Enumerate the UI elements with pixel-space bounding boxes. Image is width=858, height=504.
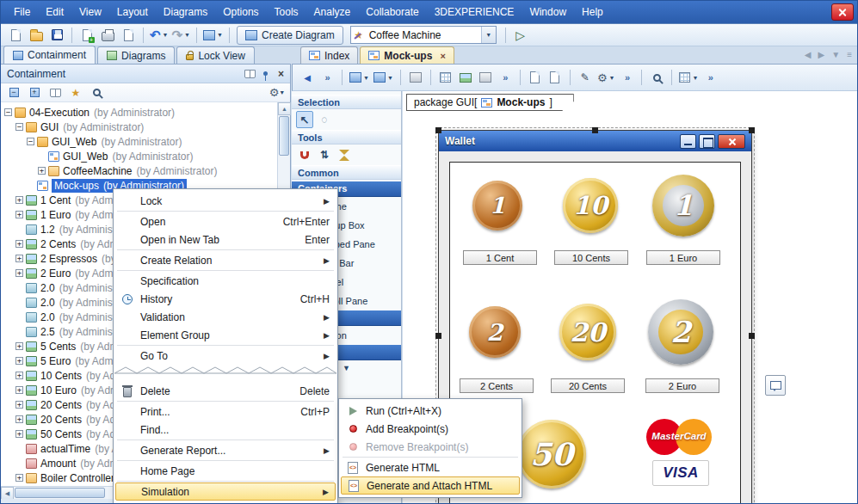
- diagram-properties-button[interactable]: ▼: [348, 68, 371, 87]
- coin-20-cents[interactable]: 20: [559, 304, 616, 360]
- panel-settings-button[interactable]: ⚙▼: [269, 85, 286, 101]
- coin-caption-2-cents[interactable]: 2 Cents: [460, 378, 534, 393]
- lasso-tool[interactable]: ◌: [316, 111, 333, 128]
- dropdown-caret-icon[interactable]: ▼: [184, 32, 190, 38]
- tree-item-coffeemachine[interactable]: +CoffeeMachine(by Administrator): [1, 163, 278, 178]
- coin-caption-20-cents[interactable]: 20 Cents: [551, 378, 625, 393]
- open-book-button[interactable]: [46, 85, 64, 101]
- comment-tool-button[interactable]: [765, 375, 786, 396]
- menu-item-validation[interactable]: Validation▶: [115, 308, 336, 326]
- expand-toggle-icon[interactable]: +: [15, 430, 23, 438]
- collapse-toggle-icon[interactable]: −: [15, 123, 23, 131]
- menu-item-print[interactable]: Print...Ctrl+P: [115, 403, 336, 421]
- selection-handle[interactable]: [592, 127, 598, 133]
- expand-toggle-icon[interactable]: +: [15, 415, 23, 423]
- menu-item-open-in-new-tab[interactable]: Open in New TabEnter: [115, 230, 336, 249]
- new-project-button[interactable]: [5, 26, 26, 45]
- redo-button[interactable]: ↷▼: [170, 26, 193, 45]
- overflow-chevron[interactable]: »: [318, 68, 336, 87]
- menu-edit[interactable]: Edit: [38, 1, 71, 23]
- menu-tools[interactable]: Tools: [267, 1, 306, 23]
- coin-2-euro[interactable]: 2: [648, 299, 713, 365]
- expand-toggle-icon[interactable]: +: [15, 240, 23, 248]
- overflow-chevron[interactable]: »: [617, 68, 636, 87]
- menu-item-run-ctrl-alt-x[interactable]: Run (Ctrl+Alt+X): [341, 402, 520, 420]
- run-simulation-button[interactable]: ▷: [510, 26, 531, 45]
- tab-lock-view[interactable]: Lock View: [176, 46, 254, 64]
- expand-toggle-icon[interactable]: +: [15, 211, 23, 218]
- maximize-icon[interactable]: [699, 134, 715, 149]
- scroll-up-arrow-icon[interactable]: ▲: [278, 102, 291, 115]
- menu-file[interactable]: File: [6, 1, 38, 23]
- scroll-tabs-right-icon[interactable]: ▶: [818, 50, 825, 59]
- menu-item-delete[interactable]: DeleteDelete: [115, 382, 336, 400]
- menu-collaborate[interactable]: Collaborate: [358, 1, 426, 23]
- menu-window[interactable]: Window: [522, 1, 574, 23]
- diagrams-button[interactable]: ▼: [201, 26, 225, 45]
- coin-1-euro[interactable]: 1: [652, 175, 714, 237]
- dropdown-caret-icon[interactable]: ▼: [217, 32, 223, 38]
- expand-toggle-icon[interactable]: +: [15, 386, 23, 394]
- menu-item-open[interactable]: OpenCtrl+Enter: [115, 212, 336, 230]
- table-view-button[interactable]: ▼: [677, 68, 700, 87]
- print-preview-button[interactable]: [118, 26, 139, 45]
- dropdown-caret-icon[interactable]: ▼: [609, 75, 615, 81]
- diagram-tab-mock-ups[interactable]: Mock-ups×: [360, 46, 454, 64]
- coin-caption-1-euro[interactable]: 1 Euro: [646, 250, 720, 265]
- magnet-tool[interactable]: [296, 146, 313, 163]
- menu-item-generate-and-attach-html[interactable]: <>Generate and Attach HTML: [341, 476, 520, 495]
- horizontal-scroll-thumb[interactable]: [15, 488, 105, 498]
- window-close-button[interactable]: [831, 3, 854, 21]
- menu-layout[interactable]: Layout: [109, 1, 156, 23]
- tree-item-gui[interactable]: −GUI(by Administrator): [1, 120, 278, 134]
- menu-item-element-group[interactable]: Element Group▶: [115, 326, 336, 344]
- back-button[interactable]: ◀: [298, 68, 317, 87]
- minimize-panel-icon[interactable]: ▼: [831, 50, 840, 59]
- overflow-chevron[interactable]: »: [701, 68, 719, 87]
- scroll-tabs-left-icon[interactable]: ◀: [805, 50, 812, 59]
- expand-toggle-icon[interactable]: +: [15, 357, 23, 365]
- hourglass-tool[interactable]: [336, 146, 353, 163]
- expand-toggle-icon[interactable]: +: [15, 342, 23, 350]
- menu-item-create-relation[interactable]: Create Relation▶: [115, 251, 336, 269]
- collapse-toggle-icon[interactable]: −: [4, 108, 12, 116]
- coin-caption-10-cents[interactable]: 10 Cents: [554, 250, 628, 265]
- menu-item-generate-report[interactable]: Generate Report...▶: [115, 441, 336, 459]
- tree-item-gui-web[interactable]: GUI_Web(by Administrator): [1, 149, 278, 163]
- palette-section-common[interactable]: Common: [292, 165, 401, 180]
- menu-analyze[interactable]: Analyze: [306, 1, 359, 23]
- paste-button[interactable]: [546, 68, 565, 87]
- menu-item-simulation[interactable]: Simulation▶: [115, 482, 336, 501]
- minimize-icon[interactable]: [680, 134, 696, 149]
- coin-caption-2-euro[interactable]: 2 Euro: [645, 378, 719, 393]
- save-button[interactable]: [46, 26, 67, 45]
- tree-item-04-execution[interactable]: −04-Execution(by Administrator): [1, 105, 278, 120]
- palette-section-tools[interactable]: Tools: [292, 130, 401, 144]
- scroll-left-arrow-icon[interactable]: ◀: [1, 487, 14, 500]
- note-button[interactable]: [476, 68, 495, 87]
- expand-toggle-icon[interactable]: +: [15, 269, 23, 277]
- menu-diagrams[interactable]: Diagrams: [156, 1, 215, 23]
- menu-item-history[interactable]: HistoryCtrl+H: [115, 290, 336, 308]
- menu-view[interactable]: View: [71, 1, 109, 23]
- panel-close-icon[interactable]: ×: [278, 69, 284, 79]
- open-book-icon[interactable]: [244, 70, 256, 78]
- expand-all-button[interactable]: +: [26, 85, 43, 101]
- menu-item-add-breakpoint-s[interactable]: Add Breakpoint(s): [341, 420, 520, 438]
- selection-handle[interactable]: [435, 127, 441, 133]
- favorites-button[interactable]: ★: [67, 85, 84, 101]
- pin-icon[interactable]: [263, 71, 268, 76]
- expand-toggle-icon[interactable]: +: [15, 255, 23, 262]
- menu-item-specification[interactable]: Specification: [115, 272, 336, 290]
- search-button[interactable]: [88, 85, 105, 101]
- dropdown-caret-icon[interactable]: ▼: [163, 32, 169, 38]
- expand-toggle-icon[interactable]: +: [38, 167, 46, 175]
- open-project-button[interactable]: [26, 26, 46, 45]
- menu-item-go-to[interactable]: Go To▶: [115, 347, 336, 365]
- combobox-dropdown-button[interactable]: ▼: [481, 27, 496, 43]
- options-gear-button[interactable]: ⚙▼: [596, 68, 617, 87]
- menu-item-lock[interactable]: Lock▶: [115, 192, 336, 210]
- tab-containment[interactable]: Containment: [3, 46, 96, 64]
- selection-handle[interactable]: [435, 333, 441, 339]
- tab-list-icon[interactable]: ≡: [847, 50, 852, 59]
